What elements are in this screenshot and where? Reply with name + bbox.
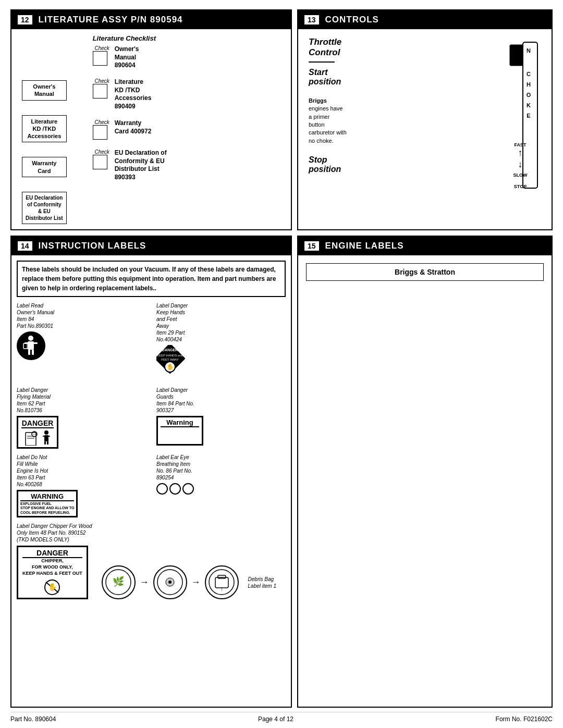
vac-circle-1: 🌿 (102, 565, 136, 599)
lit-check-label-1: Check (94, 45, 109, 51)
read-manual-icon (17, 331, 45, 360)
ear-circle (156, 483, 168, 495)
lit-pn-2: 890409 (115, 103, 152, 110)
controls-left: ThrottleControl Startposition Briggs eng… (309, 37, 484, 221)
lit-label-owners-manual: Owner'sManual (22, 80, 67, 101)
instr-text-chipper: Label Danger Chipper For WoodOnly Item 4… (17, 523, 92, 543)
panel-controls-header: 13 CONTROLS (298, 10, 552, 29)
lit-checkbox-4[interactable] (93, 155, 107, 169)
panel-15-num: 15 (303, 240, 320, 252)
top-row: 12 LITERATURE ASSY P/N 890594 Owner'sMan… (10, 9, 553, 230)
instr-item-read: Label ReadOwner's ManualItem 84Part No.8… (17, 302, 146, 381)
svg-text:O: O (527, 92, 531, 98)
danger-chipper-title: DANGER (22, 549, 82, 558)
lit-label-literature-kd: LiteratureKD /TKDAccessories (22, 115, 67, 143)
panel-12-body: Owner'sManual LiteratureKD /TKDAccessori… (11, 29, 291, 229)
svg-text:FEET AWAY: FEET AWAY (161, 358, 178, 361)
breathing-circle (182, 483, 194, 495)
svg-text:↓: ↓ (518, 159, 523, 169)
ear-eye-icon (156, 483, 194, 495)
svg-text:↔: ↔ (33, 433, 36, 436)
panel-13-title: CONTROLS (325, 15, 379, 25)
instr-item-guards: Label DangerGuardsItem 84 Part No.900327… (156, 387, 286, 449)
panel-15-body: Briggs & Stratton (298, 255, 552, 707)
svg-text:N: N (527, 47, 531, 54)
engine-brand-box: Briggs & Stratton (306, 263, 544, 281)
svg-text:DANGER: DANGER (162, 348, 178, 352)
instr-item-nofill: Label Do NotFill WhileEngine Is HotItem … (17, 454, 146, 517)
panel-14-header: 14 INSTRUCTION LABELS (11, 237, 291, 255)
danger-flying-icon: DANGER ↔ (17, 416, 58, 449)
svg-point-14 (28, 336, 33, 341)
lit-name-3: WarrantyCard 400972 (115, 119, 152, 135)
chipper-hand-icon: ✋ (42, 578, 63, 596)
panel-instruction-labels: 14 INSTRUCTION LABELS These labels shoul… (10, 236, 292, 708)
panel-12-num: 12 (17, 14, 33, 26)
svg-rect-18 (28, 350, 30, 355)
svg-rect-35 (43, 436, 45, 437)
instruction-grid: Label ReadOwner's ManualItem 84Part No.8… (17, 302, 286, 517)
throttle-title: ThrottleControl (309, 37, 484, 58)
controls-right: N C H O K E FAST ↑ ↓ SLOW (494, 37, 541, 221)
panel-literature: 12 LITERATURE ASSY P/N 890594 Owner'sMan… (10, 9, 292, 230)
lit-pn-1: 890604 (115, 61, 139, 69)
briggs-note: Briggs engines havea primerbuttoncarbure… (309, 97, 484, 145)
danger-chipper-sub: CHIPPER,FOR WOOD ONLY,KEEP HANDS & FEET … (22, 558, 82, 576)
lit-checkbox-1[interactable] (93, 51, 107, 66)
lit-check-label-2: Check (94, 78, 109, 84)
svg-text:C: C (527, 71, 531, 77)
svg-rect-1 (510, 45, 523, 66)
briggs-text: engines havea primerbuttoncarburetor wit… (309, 105, 347, 144)
svg-point-46 (168, 581, 172, 584)
panel-15-header: 15 ENGINE LABELS (298, 237, 552, 255)
svg-text:✋: ✋ (166, 363, 174, 371)
svg-rect-17 (33, 342, 38, 344)
footer: Part No. 890604 Page 4 of 12 Form No. F0… (10, 712, 553, 723)
briggs-brand: Briggs (309, 97, 327, 104)
svg-text:↑: ↑ (220, 585, 223, 593)
engine-brand: Briggs & Stratton (395, 268, 455, 276)
lit-name-2: LiteratureKD /TKDAccessories (115, 78, 152, 103)
instr-text-guards: Label DangerGuardsItem 84 Part No.900327 (156, 387, 203, 414)
svg-text:STOP: STOP (514, 184, 527, 189)
svg-rect-19 (32, 350, 34, 355)
arrow-right-2: → (191, 577, 201, 588)
arrow-right-1: → (140, 577, 149, 588)
footer-center: Page 4 of 12 (258, 715, 293, 723)
instr-text-read: Label ReadOwner's ManualItem 84Part No.8… (17, 302, 54, 329)
svg-text:H: H (527, 81, 531, 88)
footer-left: Part No. 890604 (10, 715, 56, 723)
instr-item-flying: Label DangerFlying MaterialItem 62 PartN… (17, 387, 146, 449)
throttle-diagram-svg: N C H O K E FAST ↑ ↓ SLOW (494, 37, 541, 204)
lit-name-1: Owner'sManual (115, 45, 139, 61)
bottom-row: 14 INSTRUCTION LABELS These labels shoul… (10, 236, 553, 708)
panel-engine-labels: 15 ENGINE LABELS Briggs & Stratton (297, 236, 553, 708)
warning-nofill-icon: WARNING EXPLOSIVE FUELSTOP ENGINE AND AL… (17, 490, 78, 517)
instr-text-eareyebreathing: Label Ear EyeBreathing ItemNo. 86 Part N… (156, 454, 194, 481)
svg-rect-49 (218, 575, 226, 578)
lit-check-label-4: Check (94, 149, 109, 155)
svg-text:✋: ✋ (48, 583, 57, 591)
panel-14-num: 14 (17, 240, 33, 252)
panel-15-title: ENGINE LABELS (325, 241, 404, 251)
panel-13-body: ThrottleControl Startposition Briggs eng… (298, 29, 552, 229)
panel-controls: 13 CONTROLS ThrottleControl Startpositio… (297, 9, 553, 230)
debris-bag-note: Debris BagLabel item 1 (248, 576, 276, 589)
svg-text:E: E (527, 113, 530, 119)
lit-check-item-3: Check WarrantyCard 400972 (93, 119, 280, 140)
lit-checkbox-3[interactable] (93, 125, 107, 140)
lit-checklist-title: Literature Checklist (93, 34, 280, 42)
instr-item-keep-hands: Label DangerKeep Handsand FeetAwayItem 2… (156, 302, 286, 381)
stop-position: Stopposition (309, 155, 484, 174)
svg-text:↑: ↑ (518, 147, 523, 158)
danger-chipper-box: DANGER CHIPPER,FOR WOOD ONLY,KEEP HANDS … (17, 546, 88, 599)
lit-checkbox-2[interactable] (93, 84, 107, 98)
svg-text:KEEP HANDS and: KEEP HANDS and (157, 354, 183, 357)
svg-point-33 (44, 430, 48, 435)
lit-pn-4: 890393 (115, 174, 167, 181)
lit-check-item-1: Check Owner'sManual 890604 (93, 45, 280, 69)
lit-name-4: EU Declaration ofConformity & EUDistribu… (115, 149, 167, 174)
svg-rect-37 (44, 441, 46, 445)
panel-13-num: 13 (303, 14, 320, 26)
vac-circle-3: ↑ (205, 565, 239, 599)
